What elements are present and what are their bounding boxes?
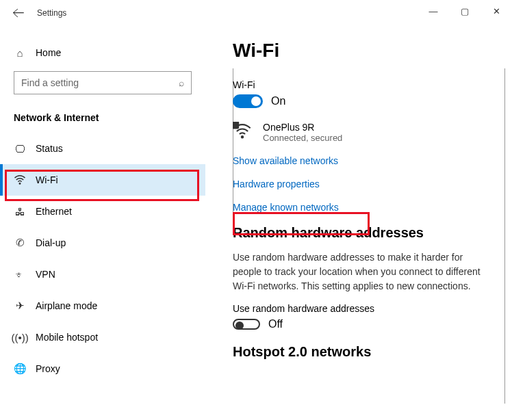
- random-addresses-toggle[interactable]: [233, 319, 260, 330]
- status-icon: 🖵: [14, 142, 26, 155]
- wifi-state: On: [271, 95, 285, 107]
- vpn-icon: ᯤ: [14, 268, 26, 280]
- hardware-properties-link[interactable]: Hardware properties: [233, 179, 498, 189]
- sidebar-item-status[interactable]: 🖵 Status: [0, 133, 205, 164]
- search-placeholder: Find a setting: [21, 77, 79, 88]
- search-icon: ⌕: [179, 77, 184, 88]
- sidebar-item-label: Mobile hotspot: [36, 332, 98, 343]
- hotspot-icon: ((•)): [14, 331, 26, 343]
- svg-point-1: [242, 136, 243, 137]
- manage-known-networks-link[interactable]: Manage known networks: [233, 202, 498, 213]
- sidebar-item-label: Wi-Fi: [36, 174, 58, 185]
- wifi-secure-icon: [233, 122, 252, 141]
- svg-rect-2: [233, 122, 238, 128]
- maximize-button[interactable]: ▢: [449, 0, 481, 22]
- sidebar-item-label: Airplane mode: [36, 300, 97, 311]
- close-button[interactable]: ✕: [481, 0, 512, 22]
- hotspot-title: Hotspot 2.0 networks: [233, 344, 498, 360]
- random-state: Off: [268, 318, 283, 330]
- sidebar-item-label: Ethernet: [36, 206, 72, 217]
- sidebar-item-dialup[interactable]: ✆ Dial-up: [0, 227, 205, 259]
- scrollbar[interactable]: [504, 68, 505, 404]
- page-title: Wi-Fi: [233, 40, 498, 62]
- show-available-link[interactable]: Show available networks: [233, 155, 498, 166]
- wifi-toggle[interactable]: [233, 94, 263, 108]
- svg-point-0: [19, 183, 21, 185]
- network-name: OnePlus 9R: [263, 122, 342, 133]
- sidebar-item-hotspot[interactable]: ((•)) Mobile hotspot: [0, 321, 205, 353]
- sidebar-item-label: Status: [36, 143, 63, 154]
- random-toggle-label: Use random hardware addresses: [233, 303, 498, 314]
- proxy-icon: 🌐: [14, 363, 26, 375]
- wifi-label: Wi-Fi: [233, 79, 498, 90]
- window-title: Settings: [37, 8, 66, 18]
- minimize-button[interactable]: —: [418, 0, 449, 22]
- sidebar-item-label: Dial-up: [36, 237, 66, 248]
- sidebar-item-label: VPN: [36, 269, 55, 280]
- airplane-icon: ✈: [14, 300, 26, 312]
- wifi-icon: [14, 174, 26, 186]
- ethernet-icon: 🖧: [14, 205, 26, 218]
- sidebar-item-airplane[interactable]: ✈ Airplane mode: [0, 290, 205, 321]
- network-status: Connected, secured: [263, 133, 342, 143]
- sidebar-item-proxy[interactable]: 🌐 Proxy: [0, 353, 205, 384]
- category-header: Network & Internet: [0, 107, 205, 133]
- dialup-icon: ✆: [14, 237, 26, 249]
- back-button[interactable]: 🡠: [12, 6, 25, 21]
- random-addresses-title: Random hardware addresses: [233, 225, 498, 241]
- home-nav[interactable]: ⌂ Home: [0, 40, 205, 66]
- sidebar-item-vpn[interactable]: ᯤ VPN: [0, 259, 205, 290]
- sidebar-item-wifi[interactable]: Wi-Fi: [0, 164, 205, 196]
- sidebar-item-ethernet[interactable]: 🖧 Ethernet: [0, 196, 205, 227]
- home-label: Home: [36, 47, 61, 58]
- search-input[interactable]: Find a setting ⌕: [14, 71, 192, 94]
- random-addresses-desc: Use random hardware addresses to make it…: [233, 250, 486, 293]
- home-icon: ⌂: [14, 47, 26, 59]
- sidebar-item-label: Proxy: [36, 363, 60, 374]
